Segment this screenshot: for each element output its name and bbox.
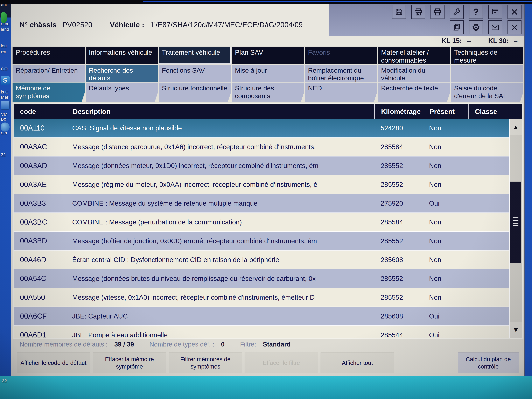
table-row[interactable]: 00A3AE Message (régime du moteur, 0x0AA)… [13, 175, 509, 194]
vertical-scrollbar[interactable]: ▲ ▼ [509, 119, 522, 338]
table-row[interactable]: 00A110 CAS: Signal de vitesse non plausi… [13, 119, 509, 138]
tab-label: Traitement véhicule [162, 48, 228, 56]
tab-saisie-du-code-d-erreur-de-la-saf[interactable]: Saisie du code d'erreur de la SAF [451, 82, 523, 102]
tab-row-functions: Mémoire de symptômesDéfauts typesStructu… [13, 82, 523, 102]
tab-fonctions-sav[interactable]: Fonctions SAV [159, 65, 231, 82]
help-icon[interactable]: ? [469, 5, 483, 19]
fault-code-cell: 00A3AE [13, 175, 66, 194]
green-logo[interactable] [0, 12, 7, 23]
column-header-present[interactable]: Présent [423, 104, 469, 119]
fault-description-cell: Message (distance parcourue, 0x1A6) inco… [66, 138, 374, 156]
kilometrage-cell: 285608 [374, 307, 423, 325]
tab-recherche-de-texte[interactable]: Recherche de texte [378, 82, 450, 102]
classe-cell [468, 251, 509, 269]
tab-label: Mise à jour [235, 66, 301, 74]
table-row[interactable]: 00A6D1 JBE: Pompe à eau additionnelle 28… [13, 326, 509, 338]
present-cell: Non [423, 157, 468, 175]
tab-defauts-types[interactable]: Défauts types [86, 82, 158, 102]
calcul-du-plan-de-controle-button[interactable]: Calcul du plan de contrôle [458, 353, 519, 373]
tab-favoris[interactable]: Favoris [305, 47, 377, 64]
table-row[interactable]: 00A3BD Message (boîtier de jonction, 0x0… [13, 232, 509, 251]
scrollbar-up-icon[interactable]: ▲ [510, 119, 522, 135]
tab-ned[interactable]: NED [305, 82, 377, 102]
present-cell: Non [423, 138, 468, 156]
effacer-la-memoire-symptome-button[interactable]: Effacer la mémoire symptôme [93, 353, 166, 373]
desktop-icon-label: Bo [1, 117, 6, 122]
filtrer-memoires-de-symptomes-button[interactable]: Filtrer mémoires de symptômes [169, 353, 242, 373]
kilometrage-cell: 524280 [374, 119, 423, 137]
scrollbar-thumb[interactable] [510, 182, 521, 263]
fault-description-cell: Message (vitesse, 0x1A0) incorrect, réce… [66, 288, 374, 307]
tab-structure-des-composants[interactable]: Structure des composants [232, 82, 304, 102]
round-icon[interactable] [0, 122, 10, 132]
s-tile[interactable]: S [0, 76, 10, 85]
fault-description-cell: Écran central CID : Dysfonctionnement CI… [66, 251, 374, 269]
column-header-description[interactable]: Description [66, 104, 375, 119]
present-cell: Oui [423, 194, 468, 212]
fault-code-cell: 00A3AC [13, 138, 66, 156]
copy-session-icon[interactable] [450, 20, 464, 34]
tab-row-sub: Réparation/ EntretienRecherche des défau… [13, 65, 523, 82]
tab-materiel-atelier-consommables[interactable]: Matériel atelier / consommables [378, 47, 450, 64]
desktop-icon-label: Mer [1, 95, 8, 100]
fault-description-cell: Message (boîtier de jonction, 0x0C0) err… [66, 232, 374, 250]
mail-icon[interactable] [488, 20, 502, 34]
vehicle-value: 1'/E87/SHA/120d/M47/MEC/ECE/DàG/2004/09 [150, 20, 303, 29]
table-row[interactable]: 00A3AD Message (données moteur, 0x1D0) i… [13, 157, 509, 175]
tab-plan-sav[interactable]: Plan SAV [232, 47, 304, 64]
present-cell: Non [423, 119, 468, 137]
table-row[interactable]: 00A3AC Message (distance parcourue, 0x1A… [13, 138, 509, 157]
cube-icon[interactable] [0, 101, 10, 110]
kilometrage-cell: 285552 [374, 175, 423, 194]
tab-reparation-entretien[interactable]: Réparation/ Entretien [13, 65, 85, 82]
table-row[interactable]: 00A550 Message (vitesse, 0x1A0) incorrec… [13, 288, 509, 307]
tab-modification-du-vehicule[interactable]: Modification du véhicule [378, 65, 450, 82]
tab-label: Procédures [16, 48, 81, 56]
tab-recherche-des-defauts[interactable]: Recherche des défauts [86, 65, 158, 82]
print-disc-icon[interactable] [411, 5, 425, 19]
tab-label: Recherche des défauts [89, 66, 154, 82]
effacer-le-filtre-button[interactable]: Effacer le filtre [245, 353, 318, 373]
present-cell: Non [423, 269, 468, 288]
tab-structure-fonctionnelle[interactable]: Structure fonctionnelle [159, 82, 231, 102]
tab-mise-a-jour[interactable]: Mise à jour [232, 65, 304, 82]
tab-label: NED [308, 84, 374, 92]
classe-cell [468, 138, 509, 156]
column-header-code[interactable]: code [13, 104, 66, 119]
footer-button-bar: Afficher le code de défautEffacer la mém… [11, 349, 524, 376]
save-icon[interactable] [392, 5, 406, 19]
close-icon[interactable] [507, 5, 521, 19]
settings-icon[interactable]: ⚙ [469, 20, 483, 34]
column-header-kilometrage[interactable]: Kilométrage [375, 104, 423, 119]
tab-memoire-de-symptomes[interactable]: Mémoire de symptômes [13, 82, 85, 102]
kilometrage-cell: 285584 [374, 213, 423, 231]
tab-informations-vehicule[interactable]: Informations véhicule [86, 47, 158, 64]
filter-label: Filtre: [240, 341, 256, 348]
tab-traitement-vehicule[interactable]: Traitement véhicule [159, 47, 231, 64]
tab-techniques-de-mesure[interactable]: Techniques de mesure [451, 47, 523, 64]
scrollbar-down-icon[interactable]: ▼ [510, 322, 522, 338]
table-row[interactable]: 00A54C Message (données brutes du niveau… [13, 269, 509, 288]
diagnostic-app-window: N° châssis PV02520 Véhicule : 1'/E87/SHA… [11, 4, 525, 376]
afficher-le-code-de-defaut-button[interactable]: Afficher le code de défaut [17, 353, 90, 373]
table-row[interactable]: 00A6CF JBE: Capteur AUC 285608 Oui [13, 307, 509, 326]
fault-count-label: Nombre mémoires de défauts : [19, 341, 108, 348]
present-cell: Non [423, 232, 468, 250]
column-header-classe[interactable]: Classe [469, 104, 522, 119]
dock-window-icon[interactable] [488, 5, 502, 19]
desktop-icon-label: iend [1, 27, 9, 32]
table-row[interactable]: 00A46D Écran central CID : Dysfonctionne… [13, 251, 509, 269]
close-window-icon[interactable] [507, 20, 521, 34]
afficher-tout-button[interactable]: Afficher tout [321, 353, 394, 373]
tab-remplacement-du-boitier-electronique[interactable]: Remplacement du boîtier électronique [305, 65, 377, 82]
print-icon[interactable] [431, 5, 444, 19]
classe-cell [468, 157, 509, 175]
vehicle-info-bar: N° châssis PV02520 Véhicule : 1'/E87/SHA… [11, 4, 329, 46]
classe-cell [468, 119, 509, 137]
table-row[interactable]: 00A3B3 COMBINE : Message du système de r… [13, 194, 509, 213]
tab-label: Plan SAV [235, 48, 301, 56]
table-row[interactable]: 00A3BC COMBINE : Message (perturbation d… [13, 213, 509, 232]
desktop-background-strip: entorceiendlourerOOls CMerVMBoom32S [0, 0, 11, 399]
wrench-icon[interactable] [450, 5, 464, 19]
tab-procedures[interactable]: Procédures [13, 47, 85, 64]
